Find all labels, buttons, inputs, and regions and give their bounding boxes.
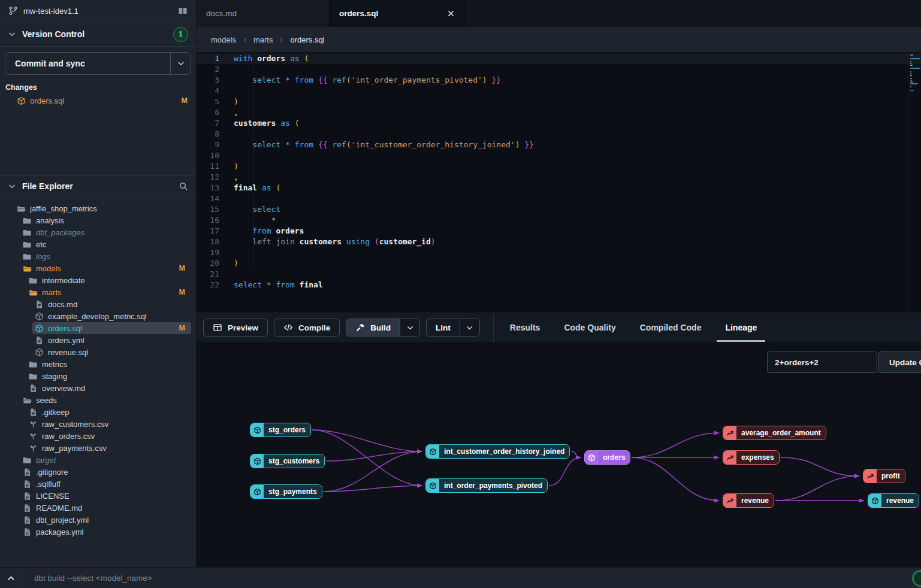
code-line[interactable]: 19 — [197, 247, 921, 258]
code-line[interactable]: 21 — [197, 269, 921, 280]
commit-options-button[interactable] — [170, 53, 191, 74]
code-line[interactable]: 6, — [197, 107, 921, 118]
tree-item-.gitkeep[interactable]: .gitkeep — [0, 406, 196, 418]
tree-item-revenue.sql[interactable]: revenue.sql — [0, 346, 196, 358]
tree-item-orders.yml[interactable]: orders.yml — [0, 334, 196, 346]
minimap[interactable] — [908, 52, 921, 313]
modified-badge: M — [179, 288, 185, 296]
code-line[interactable]: 17 from orders — [197, 226, 921, 237]
code-line[interactable]: 12, — [197, 172, 921, 183]
lint-options-button[interactable] — [460, 319, 479, 336]
code-line[interactable]: 9 select * from {{ ref('int_customer_ord… — [197, 140, 921, 150]
code-line[interactable]: 7customers as ( — [197, 118, 921, 129]
code-line[interactable]: 4 — [197, 86, 921, 96]
columns-icon[interactable] — [178, 6, 188, 16]
lineage-node-expenses[interactable]: expenses — [723, 450, 780, 465]
tree-item-raw_customers.csv[interactable]: raw_customers.csv — [0, 418, 196, 430]
tab-docs.md[interactable]: docs.md — [197, 0, 330, 27]
tree-item-logs[interactable]: logs — [0, 250, 196, 262]
modified-badge: M — [179, 264, 185, 272]
lineage-node-int_customer_order_history_joined[interactable]: int_customer_order_history_joined — [425, 444, 570, 459]
lineage-node-revenue_metric[interactable]: revenue — [723, 493, 774, 508]
breadcrumb-item[interactable]: marts — [253, 35, 273, 44]
code-line[interactable]: 16 * — [197, 215, 921, 226]
tree-item-analysis[interactable]: analysis — [0, 214, 196, 226]
build-button[interactable]: Build — [346, 319, 400, 336]
tree-item-etc[interactable]: etc — [0, 238, 196, 250]
tree-item-.sqlfluff[interactable]: .sqlfluff — [0, 478, 196, 490]
chevron-down-icon[interactable] — [8, 182, 16, 190]
expand-panel-button[interactable] — [0, 568, 22, 588]
code-line[interactable]: 14 — [197, 193, 921, 204]
code-line[interactable]: 13final as ( — [197, 183, 921, 193]
preview-button[interactable]: Preview — [203, 319, 268, 337]
breadcrumb-item[interactable]: orders.sql — [290, 35, 324, 44]
lineage-node-stg_orders[interactable]: stg_orders — [250, 423, 311, 437]
build-options-button[interactable] — [400, 319, 419, 336]
compile-button[interactable]: Compile — [274, 319, 340, 337]
tree-item-jaffle_shop_metrics[interactable]: jaffle_shop_metrics — [0, 202, 196, 214]
search-icon[interactable] — [179, 181, 188, 191]
lineage-node-profit[interactable]: profit — [863, 469, 905, 483]
tree-item-overview.md[interactable]: overview.md — [0, 382, 196, 394]
code-line[interactable]: 10 — [197, 150, 921, 161]
chevron-down-icon[interactable] — [8, 30, 16, 38]
lineage-selector-input[interactable] — [767, 351, 877, 373]
lineage-node-average_order_amount[interactable]: average_order_amount — [723, 426, 826, 440]
tree-item-dbt_packages[interactable]: dbt_packages — [0, 226, 196, 238]
grid-icon — [213, 323, 222, 332]
code-line[interactable]: 1with orders as ( — [197, 53, 921, 64]
lineage-node-orders[interactable]: orders — [584, 450, 630, 465]
panel-tab-code-quality[interactable]: Code Quality — [564, 313, 615, 342]
code-line[interactable]: 8 — [197, 129, 921, 140]
code-line[interactable]: 11) — [197, 161, 921, 172]
tree-item-.gitignore[interactable]: .gitignore — [0, 466, 196, 478]
tree-item-intermediate[interactable]: intermediate — [0, 274, 196, 286]
tree-item-target[interactable]: target — [0, 454, 196, 466]
tree-item-raw_payments.csv[interactable]: raw_payments.csv — [0, 442, 196, 454]
commit-button-label[interactable]: Commit and sync — [5, 53, 170, 74]
line-text: with orders as ( — [234, 53, 309, 64]
tab-orders.sql[interactable]: orders.sql — [330, 0, 466, 27]
tree-item-seeds[interactable]: seeds — [0, 394, 196, 406]
tree-item-models[interactable]: modelsM — [0, 262, 196, 274]
lineage-node-stg_payments[interactable]: stg_payments — [250, 484, 322, 499]
lineage-node-revenue_model[interactable]: revenue — [868, 493, 919, 508]
tree-item-label: dbt_project.yml — [36, 516, 89, 525]
tree-item-packages.yml[interactable]: packages.yml — [0, 526, 196, 538]
tree-item-marts[interactable]: martsM — [0, 286, 196, 298]
tree-item-staging[interactable]: staging — [0, 370, 196, 382]
tree-item-metrics[interactable]: metrics — [0, 358, 196, 370]
code-line[interactable]: 5) — [197, 96, 921, 107]
panel-tab-compiled-code[interactable]: Compiled Code — [640, 313, 702, 342]
tree-item-raw_orders.csv[interactable]: raw_orders.csv — [0, 430, 196, 442]
update-graph-button[interactable]: Update G — [878, 351, 921, 373]
panel-tab-lineage[interactable]: Lineage — [725, 313, 757, 342]
changed-file-row[interactable]: orders.sql M — [0, 93, 196, 108]
code-line[interactable]: 15 select — [197, 204, 921, 215]
panel-tab-results[interactable]: Results — [510, 313, 540, 342]
lineage-node-int_order_payments_pivoted[interactable]: int_order_payments_pivoted — [425, 478, 548, 493]
tree-item-LICENSE[interactable]: LICENSE — [0, 490, 196, 502]
lineage-node-stg_customers[interactable]: stg_customers — [250, 454, 325, 468]
tree-item-README.md[interactable]: README.md — [0, 502, 196, 514]
code-line[interactable]: 22select * from final — [197, 280, 921, 290]
breadcrumb-item[interactable]: models — [211, 35, 236, 44]
version-control-header[interactable]: Version Control 1 — [0, 22, 196, 47]
tree-item-orders.sql[interactable]: orders.sqlM — [0, 322, 196, 334]
tree-item-label: jaffle_shop_metrics — [30, 204, 97, 213]
file-explorer-header[interactable]: File Explorer — [0, 175, 196, 196]
tree-item-example_develop_metric.sql[interactable]: example_develop_metric.sql — [0, 310, 196, 322]
line-text: customers as ( — [234, 118, 300, 129]
commit-and-sync-button[interactable]: Commit and sync — [5, 52, 191, 75]
code-line[interactable]: 18 left join customers using (customer_i… — [197, 237, 921, 247]
close-icon[interactable] — [446, 9, 455, 18]
code-line[interactable]: 2 — [197, 64, 921, 75]
tree-item-dbt_project.yml[interactable]: dbt_project.yml — [0, 514, 196, 526]
code-line[interactable]: 20) — [197, 258, 921, 269]
lint-button[interactable]: Lint — [427, 319, 460, 336]
tree-item-docs.md[interactable]: docs.md — [0, 298, 196, 310]
command-input[interactable]: dbt build --select <model_name> — [34, 574, 152, 583]
code-editor[interactable]: 1with orders as (23 select * from {{ ref… — [197, 52, 921, 313]
code-line[interactable]: 3 select * from {{ ref('int_order_paymen… — [197, 75, 921, 86]
